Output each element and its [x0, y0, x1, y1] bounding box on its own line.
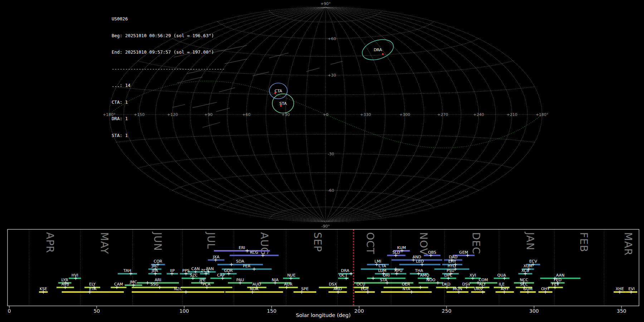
month-label: JUN [152, 231, 164, 251]
map-lon-label: +300 [399, 112, 410, 117]
meteor-streak [225, 59, 247, 64]
shower-bar-label: JXA [213, 255, 220, 259]
shower-bar-label: PCA [203, 282, 210, 287]
shower-bar-label: HVI [72, 273, 78, 278]
shower-bar-label: ORI [383, 273, 390, 278]
shower-bar-label: ARD [333, 287, 342, 291]
shower-bar-label: NIA [272, 278, 279, 282]
meteor-streak [331, 61, 343, 64]
shower-bar-label: ERI [239, 245, 245, 250]
shower-bar-label: GEM [459, 250, 468, 255]
shower-bar-label: ARI [155, 278, 161, 282]
month-label: JUL [205, 231, 217, 249]
map-dec-label: -60 [328, 188, 334, 193]
shower-bar-label: LUM [378, 268, 386, 273]
month-label: MAR [622, 232, 634, 256]
shower-bar-label: OER [402, 282, 410, 287]
shower-bar-label: OCT [339, 273, 347, 278]
month-label: FEB [578, 232, 590, 252]
shower-bar-label: DKD [442, 282, 450, 287]
shower-bar [118, 273, 137, 274]
shower-bar-label: COM [479, 278, 488, 282]
shower-bar-label: DPC [444, 273, 453, 278]
shower-bar-label: LYR [62, 278, 68, 282]
shower-bar [132, 287, 177, 288]
shower-bar-label: TAH [123, 268, 131, 273]
shower-bar-label: AVB [61, 282, 69, 287]
shower-bar [293, 291, 316, 293]
shower-peak-marker [146, 281, 149, 284]
shower-peak-marker [410, 291, 413, 294]
radiant-dot [382, 53, 384, 55]
shower-bar-label: CTA [379, 264, 386, 268]
map-shower-label: CTA [274, 89, 282, 93]
grid-meridian [266, 7, 326, 222]
radiant-activity-plot: +180°+150+120+90+60+30+0+330+300+270+240… [0, 0, 644, 322]
shower-bar-label: AMO [420, 273, 429, 278]
shower-bar [494, 278, 509, 279]
month-label: NOV [418, 232, 429, 255]
shower-bar-label: OHY [541, 287, 550, 291]
shower-bar-label: DSV [462, 282, 470, 287]
shower-bar-label: OBS [428, 250, 436, 255]
month-label: JAN [524, 231, 536, 250]
month-label: DEC [470, 232, 482, 254]
shower-bar-label: THA [415, 268, 423, 273]
axis-tick-label: 300 [529, 308, 539, 314]
shower-bar-label: NTA [402, 287, 410, 291]
shower-bar-label: ECV [529, 259, 537, 264]
shower-bar-label: GDR [224, 268, 233, 273]
axis-tick-label: 200 [354, 308, 364, 314]
shower-bar-label: SZC [190, 273, 198, 278]
map-lon-label: +240 [473, 112, 484, 117]
shower-bar-label: IIP [170, 268, 175, 273]
axis-tick-label: 350 [617, 308, 626, 314]
shower-bar-label: ZCS [201, 268, 209, 273]
shower-peak-marker [350, 272, 353, 275]
shower-bar-label: XHE [616, 287, 624, 291]
shower-bar-label: DSX [329, 282, 337, 287]
activity-timeline: APRMAYJUNJULAUGSEPOCTNOVDECJANFEBMARERIK… [8, 229, 639, 318]
map-dec-label: +30 [328, 73, 336, 78]
map-dec-label: -30 [328, 152, 334, 156]
shower-bar-label: PAU [236, 278, 244, 282]
shower-bar-label: ELY [89, 282, 96, 287]
shower-bar-label: ILE [499, 282, 504, 287]
shower-peak-marker [371, 277, 375, 280]
shower-bar-label: FEV [552, 282, 559, 287]
axis-tick-label: 150 [267, 308, 277, 314]
shower-bar [214, 250, 270, 252]
shower-bar-label: MON [453, 287, 462, 291]
map-lon-label: +270 [437, 112, 448, 117]
map-pole-label-top: +90° [321, 1, 331, 6]
shower-bar-label: COR [153, 259, 162, 264]
shower-bar-label: URS [474, 287, 482, 291]
shower-bar [319, 287, 347, 288]
shower-bar-label: QUA [497, 273, 506, 278]
map-lon-label: +180° [536, 112, 548, 117]
station-id: US0026 [112, 16, 225, 22]
shower-bar-label: PER [243, 264, 251, 268]
shower-bar-label: CAN [191, 267, 200, 271]
shower-bar-label: DRA [341, 268, 350, 273]
meteor-streak [253, 72, 269, 76]
shower-peak-marker [436, 281, 439, 284]
shower-bar-label: KCG [250, 250, 258, 255]
shower-bar-label: GUM [523, 287, 532, 291]
shower-bar-label: RPU [395, 268, 402, 273]
shower-bar-label: EVI [628, 287, 635, 291]
shower-bar-label: EHY [448, 259, 456, 264]
shower-bar-label: NUE [287, 273, 296, 278]
shower-bar-label: NOO [426, 278, 435, 282]
count-sta: STA: 1 [112, 133, 225, 138]
axis-tick-label: 0 [8, 308, 11, 314]
shower-bar-label: NDA [250, 287, 259, 291]
shower-bar-label: ETA [89, 287, 97, 291]
shower-bar-label: LMI [375, 259, 381, 264]
shower-bar [62, 291, 124, 293]
shower-peak-marker [253, 268, 256, 271]
month-label: AUG [258, 232, 270, 255]
shower-bar [381, 291, 432, 293]
shower-bar-label: CAP [217, 273, 225, 278]
shower-peak-marker [419, 286, 422, 289]
